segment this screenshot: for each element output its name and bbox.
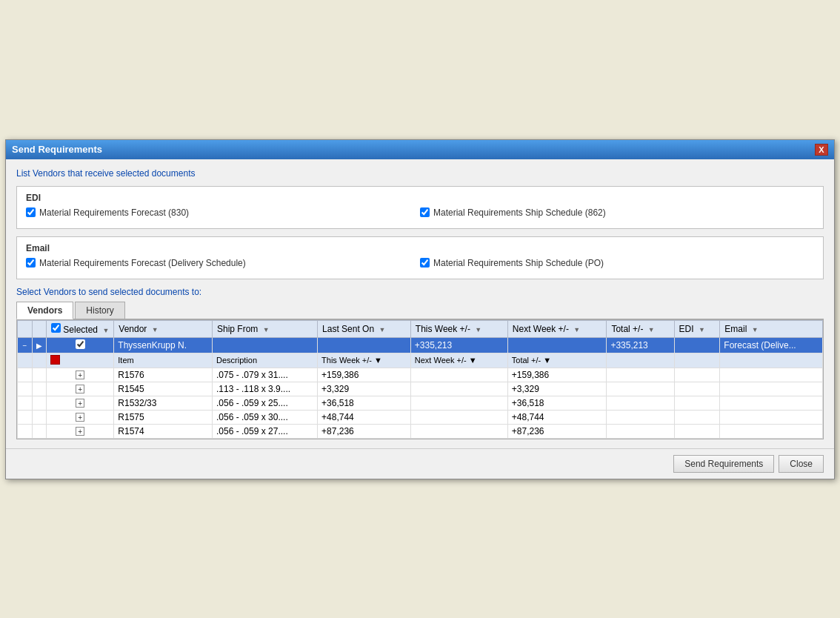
- col-selected-label: Selected: [63, 325, 98, 335]
- item-expand-r1575[interactable]: +: [47, 410, 114, 424]
- col-email: Email ▼: [720, 320, 823, 337]
- window-title: Send Requirements: [12, 144, 102, 155]
- nextweek-r153233: [410, 396, 507, 410]
- vendor-last-sent: [318, 337, 411, 353]
- vendor-checkbox[interactable]: [76, 339, 85, 349]
- title-bar: Send Requirements X: [6, 140, 834, 159]
- item-r153233: R1532/33: [114, 396, 213, 410]
- send-requirements-button[interactable]: Send Requirements: [673, 455, 774, 473]
- total-r153233: +36,518: [507, 396, 607, 410]
- close-button[interactable]: Close: [779, 455, 824, 473]
- email-label-1: Material Requirements Forecast (Delivery…: [39, 258, 246, 268]
- grid-header-row: Selected ▼ Vendor ▼ Ship From ▼ Last S: [18, 320, 823, 337]
- footer: Send Requirements Close: [6, 448, 834, 479]
- content-area: List Vendors that receive selected docum…: [6, 159, 834, 448]
- item-sub-header: Item Description This Week +/- ▼ Next We…: [18, 353, 823, 368]
- item-row-r1545[interactable]: + R1545 .113 - .118 x 3.9.... +3,329 +3,…: [18, 382, 823, 396]
- select-vendors-label[interactable]: Select Vendors to send selected document…: [16, 287, 824, 297]
- vendor-this-week: +335,213: [410, 337, 507, 353]
- edi-section: EDI Material Requirements Forecast (830)…: [16, 186, 824, 229]
- sub-col-empty3: [720, 353, 823, 368]
- item-r1545: R1545: [114, 382, 213, 396]
- desc-r1545: .113 - .118 x 3.9....: [212, 382, 317, 396]
- item-r1575: R1575: [114, 410, 213, 424]
- col-edi: EDI ▼: [674, 320, 720, 337]
- total-r1575: +48,744: [507, 410, 607, 424]
- thisweek-r153233: +36,518: [318, 396, 411, 410]
- nextweek-r1575: [410, 410, 507, 424]
- sub-col-spacer1: [18, 353, 33, 368]
- col-selected-sort: ▼: [102, 327, 109, 334]
- sub-col-icon: [47, 353, 114, 368]
- vendor-checkbox-cell[interactable]: [47, 337, 114, 353]
- edi-label-1: Material Requirements Forecast (830): [39, 207, 189, 218]
- select-all-checkbox[interactable]: [51, 323, 61, 333]
- col-selected: Selected ▼: [47, 320, 114, 337]
- col-total: Total +/- ▼: [607, 320, 674, 337]
- nextweek-r1545: [410, 382, 507, 396]
- sub-col-spacer2: [33, 353, 47, 368]
- nextweek-r1574: [410, 424, 507, 438]
- red-status-icon: [50, 355, 60, 365]
- tab-history[interactable]: History: [75, 302, 124, 319]
- email-checkbox-1[interactable]: [26, 258, 36, 268]
- item-expand-r153233[interactable]: +: [47, 396, 114, 410]
- desc-r153233: .056 - .059 x 25....: [212, 396, 317, 410]
- vendors-grid[interactable]: Selected ▼ Vendor ▼ Ship From ▼ Last S: [16, 319, 824, 439]
- desc-r1576: .075 - .079 x 31....: [212, 368, 317, 382]
- email-item-2: Material Requirements Ship Schedule (PO): [420, 258, 814, 268]
- vendor-row-thyssenkrupp[interactable]: − ▶ ThyssenKrupp N. +335,213 +3: [18, 337, 823, 353]
- edi-item-1: Material Requirements Forecast (830): [26, 207, 420, 218]
- item-row-r1575[interactable]: + R1575 .056 - .059 x 30.... +48,744 +48…: [18, 410, 823, 424]
- item-row-r1576[interactable]: + R1576 .075 - .079 x 31.... +159,386 +1…: [18, 368, 823, 382]
- tab-bar: Vendors History: [16, 302, 824, 319]
- item-row-r153233[interactable]: + R1532/33 .056 - .059 x 25.... +36,518 …: [18, 396, 823, 410]
- item-expand-r1545[interactable]: +: [47, 382, 114, 396]
- sub-col-empty1: [607, 353, 674, 368]
- col-vendor: Vendor ▼: [114, 320, 213, 337]
- email-section: Email Material Requirements Forecast (De…: [16, 236, 824, 279]
- desc-r1575: .056 - .059 x 30....: [212, 410, 317, 424]
- vendor-total: +335,213: [607, 337, 674, 353]
- sub-col-empty2: [674, 353, 720, 368]
- col-expand: [18, 320, 33, 337]
- sub-col-total: Total +/- ▼: [507, 353, 607, 368]
- email-label: Email: [26, 243, 814, 253]
- thisweek-r1574: +87,236: [318, 424, 411, 438]
- item-r1576: R1576: [114, 368, 213, 382]
- col-this-week: This Week +/- ▼: [410, 320, 507, 337]
- sub-col-next-week: Next Week +/- ▼: [410, 353, 507, 368]
- edi-label-2: Material Requirements Ship Schedule (862…: [433, 207, 606, 218]
- vendor-collapse-btn[interactable]: −: [18, 337, 33, 353]
- total-r1576: +159,386: [507, 368, 607, 382]
- edi-checkbox-2[interactable]: [420, 207, 430, 217]
- total-r1545: +3,329: [507, 382, 607, 396]
- tab-vendors[interactable]: Vendors: [16, 302, 73, 319]
- item-expand-r1574[interactable]: +: [47, 424, 114, 438]
- total-r1574: +87,236: [507, 424, 607, 438]
- vendors-table: Selected ▼ Vendor ▼ Ship From ▼ Last S: [17, 320, 823, 439]
- vendor-email: Forecast (Delive...: [720, 337, 823, 353]
- col-last-sent: Last Sent On ▼: [318, 320, 411, 337]
- thisweek-r1576: +159,386: [318, 368, 411, 382]
- vendor-name: ThyssenKrupp N.: [114, 337, 213, 353]
- edi-checkbox-1[interactable]: [26, 207, 36, 217]
- thisweek-r1575: +48,744: [318, 410, 411, 424]
- email-item-1: Material Requirements Forecast (Delivery…: [26, 258, 420, 268]
- col-arrow: [33, 320, 47, 337]
- vendor-next-week: [507, 337, 607, 353]
- edi-checkboxes: Material Requirements Forecast (830) Mat…: [26, 207, 814, 221]
- col-ship-from: Ship From ▼: [212, 320, 317, 337]
- email-checkbox-2[interactable]: [420, 258, 430, 268]
- main-window: Send Requirements X List Vendors that re…: [5, 139, 835, 479]
- desc-r1574: .056 - .059 x 27....: [212, 424, 317, 438]
- list-vendors-link[interactable]: List Vendors that receive selected docum…: [16, 168, 824, 179]
- vendor-arrow: ▶: [33, 337, 47, 353]
- item-expand-r1576[interactable]: +: [47, 368, 114, 382]
- item-row-r1574[interactable]: + R1574 .056 - .059 x 27.... +87,236 +87…: [18, 424, 823, 438]
- close-window-button[interactable]: X: [815, 144, 828, 156]
- email-checkboxes: Material Requirements Forecast (Delivery…: [26, 258, 814, 271]
- col-next-week: Next Week +/- ▼: [507, 320, 607, 337]
- sub-col-this-week: This Week +/- ▼: [318, 353, 411, 368]
- edi-label: EDI: [26, 193, 814, 203]
